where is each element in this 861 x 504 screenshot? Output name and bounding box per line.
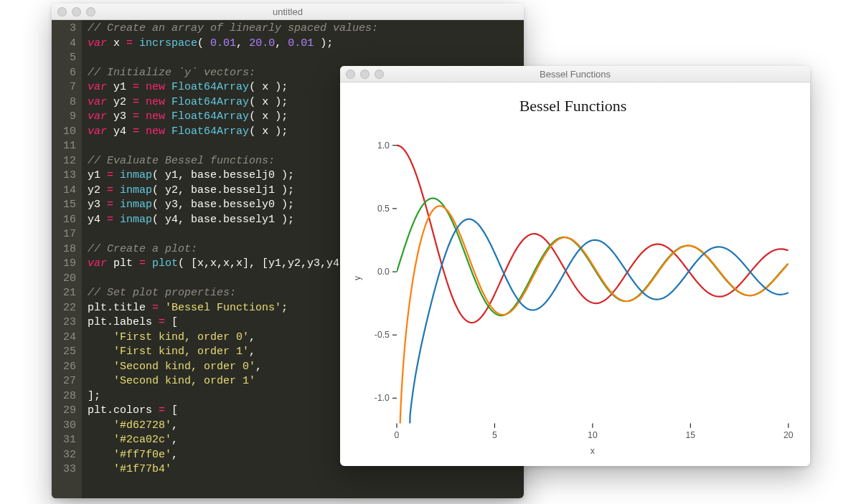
code-line: var plt = plot( [x,x,x,x], [y1,y2,y3,y4]… (88, 257, 378, 272)
minimize-icon[interactable] (360, 70, 370, 79)
y-axis-label: y (352, 275, 362, 280)
code-line: '#2ca02c', (88, 433, 378, 448)
code-line: '#d62728', (88, 419, 378, 434)
plot-area: -1.0-0.50.00.51.005101520xy (347, 120, 799, 460)
code-line (88, 51, 378, 66)
code-line: 'First kind, order 1', (88, 345, 378, 360)
code-line: // Create an array of linearly spaced va… (88, 22, 378, 37)
code-line: var y4 = new Float64Array( x ); (88, 125, 378, 140)
code-line: y2 = inmap( y2, base.besselj1 ); (88, 184, 378, 199)
code-line: plt.labels = [ (88, 315, 378, 331)
code-line: var y2 = new Float64Array( x ); (88, 95, 378, 110)
code-line (88, 272, 378, 287)
code-line: var x = incrspace( 0.01, 20.0, 0.01 ); (88, 37, 378, 52)
y-tick-label: 1.0 (377, 141, 390, 151)
code-line: y4 = inmap( y4, base.bessely1 ); (88, 213, 378, 228)
code-line: var y3 = new Float64Array( x ); (88, 110, 378, 125)
series-besselj1 (397, 198, 787, 315)
code-line: y1 = inmap( y1, base.besselj0 ); (88, 168, 378, 184)
y-tick-label: -0.5 (375, 330, 390, 340)
plot-window-title: Bessel Functions (340, 69, 810, 80)
code-line: ]; (88, 389, 378, 404)
y-tick-label: 0.5 (377, 204, 390, 214)
code-line: // Initialize `y` vectors: (88, 66, 378, 81)
plot-title: Bessel Functions (347, 97, 799, 115)
code-line (88, 227, 378, 242)
editor-window-title: untitled (52, 6, 524, 17)
zoom-icon[interactable] (86, 7, 95, 16)
zoom-icon[interactable] (375, 70, 384, 79)
series-bessely0 (398, 206, 788, 460)
series-besselj0 (397, 146, 787, 323)
code-line: var y1 = new Float64Array( x ); (88, 80, 378, 95)
plot-titlebar[interactable]: Bessel Functions (340, 66, 810, 82)
line-number-gutter: 3 4 5 6 7 8 9 10 11 12 13 14 15 16 17 18… (52, 20, 82, 498)
x-tick-label: 15 (686, 430, 696, 440)
code-line: '#ff7f0e', (88, 448, 378, 463)
code-line (88, 139, 378, 154)
y-tick-label: -1.0 (375, 393, 390, 403)
x-tick-label: 5 (492, 430, 497, 440)
code-content[interactable]: // Create an array of linearly spaced va… (82, 20, 384, 498)
series-bessely1 (398, 219, 788, 460)
code-line: // Evaluate Bessel functions: (88, 154, 378, 169)
code-line: plt.colors = [ (88, 404, 378, 419)
code-line: 'First kind, order 0', (88, 331, 378, 346)
plot-window: Bessel Functions Bessel Functions -1.0-0… (340, 66, 810, 466)
y-tick-label: 0.0 (377, 267, 390, 277)
code-line: 'Second kind, order 1' (88, 374, 378, 389)
code-line: // Set plot properties: (88, 286, 378, 301)
close-icon[interactable] (346, 70, 355, 79)
x-axis-label: x (591, 446, 595, 456)
x-tick-label: 20 (784, 430, 794, 440)
code-line: // Create a plot: (88, 242, 378, 257)
code-line: '#1f77b4' (88, 462, 378, 477)
code-line: plt.title = 'Bessel Functions'; (88, 301, 378, 316)
x-tick-label: 0 (395, 430, 400, 440)
editor-titlebar[interactable]: untitled (52, 4, 524, 20)
close-icon[interactable] (57, 7, 67, 16)
code-line: y3 = inmap( y3, base.bessely0 ); (88, 198, 378, 213)
minimize-icon[interactable] (72, 7, 81, 16)
code-line: 'Second kind, order 0', (88, 360, 378, 375)
x-tick-label: 10 (588, 430, 598, 440)
